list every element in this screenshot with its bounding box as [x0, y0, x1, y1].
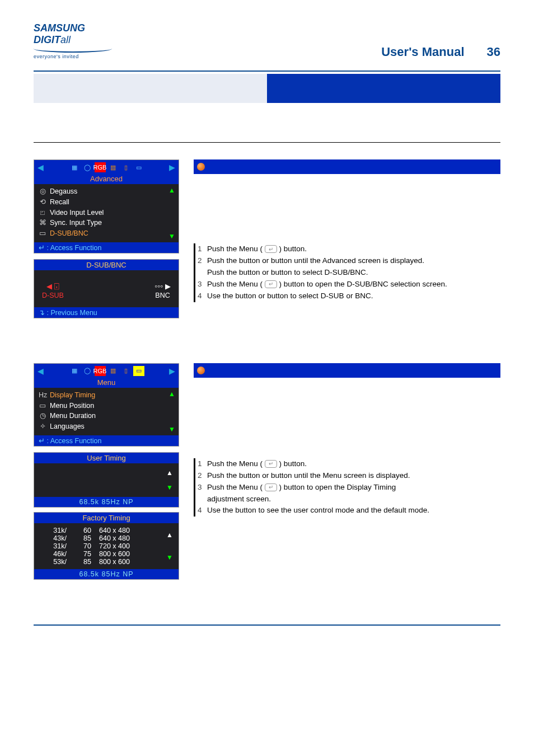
scroll-down-icon[interactable]: ▼	[168, 232, 175, 240]
osd-menu-item[interactable]: ◎Degauss	[39, 186, 174, 197]
step-row: 4Use the button or button to select D-SU…	[194, 290, 500, 302]
osd-menu-item[interactable]: ✧Languages	[39, 421, 174, 432]
divider	[34, 142, 500, 143]
step-number: 1	[194, 243, 202, 255]
step-text: Use the button or button to select D-SUB…	[207, 290, 500, 302]
osd-sub-footer: ↴ : Previous Menu	[34, 307, 179, 318]
step-number: 3	[194, 482, 202, 494]
scroll-up-icon[interactable]: ▲	[168, 390, 175, 398]
menu-item-label: Video Input Level	[50, 208, 104, 218]
step-number: 4	[194, 290, 202, 302]
page-header: SAMSUNG DIGITall everyone's invited User…	[34, 22, 500, 59]
osd-menu-item[interactable]: HzDisplay Timing	[39, 390, 174, 401]
step-number: 4	[194, 505, 202, 516]
brand-logo: SAMSUNG DIGITall everyone's invited	[34, 22, 112, 59]
osd-tab-icon[interactable]: ▦	[69, 162, 80, 172]
timing-hz: 75	[74, 550, 91, 558]
osd-tab-icon[interactable]: ▯	[120, 366, 132, 376]
scroll-down-icon[interactable]: ▼	[168, 425, 175, 433]
timing-khz: 31k/	[44, 542, 67, 550]
osd-nav-left-icon[interactable]: ◀	[38, 163, 44, 172]
osd-menu-item[interactable]: ▭D-SUB/BNC	[39, 228, 174, 239]
osd-menu-item[interactable]: ▭Menu Position	[39, 401, 174, 411]
header-rule	[34, 71, 500, 72]
osd-tab-icon[interactable]: ▦	[69, 366, 80, 376]
menu-item-label: Sync. Input Type	[50, 218, 102, 228]
dsub-connector-icon: ⌺	[54, 281, 59, 290]
osd-menu-item[interactable]: ⟲Recall	[39, 197, 174, 208]
step-row: 4Use the button to see the user control …	[194, 505, 500, 516]
menu-item-icon: ▭	[39, 228, 46, 239]
enter-button-icon: ↵	[265, 280, 277, 288]
step-text: Push the button or button until the Adva…	[207, 255, 500, 267]
timing-hz: 85	[74, 534, 91, 542]
timing-khz: 43k/	[44, 534, 67, 542]
steps-display-timing: 1Push the Menu ( ↵ ) button.2Push the bu…	[194, 458, 500, 517]
osd-tab-icon[interactable]: ▭	[133, 366, 144, 376]
timing-khz: 31k/	[44, 527, 67, 534]
timing-hz: 70	[74, 542, 91, 550]
step-row: 2Push the button or button until the Adv…	[194, 255, 500, 267]
bnc-option[interactable]: ◦◦◦▶ BNC	[154, 281, 171, 299]
osd-top-label: Advanced	[34, 175, 179, 184]
osd-tab-row: ▦ ◯ RGB ▥ ▯ ▭	[69, 162, 144, 172]
timing-res: 640 x 480	[99, 534, 144, 542]
osd-tab-icon[interactable]: ◯	[82, 162, 93, 172]
step-text: Push the button or button to select D-SU…	[207, 267, 500, 279]
osd-menu-item[interactable]: ⌘Sync. Input Type	[39, 218, 174, 228]
bnc-connector-icon: ◦◦◦	[154, 281, 163, 290]
enter-button-icon: ↵	[265, 245, 277, 253]
scroll-down-icon[interactable]: ▼	[166, 483, 173, 491]
osd-tab-icon[interactable]: ▭	[133, 162, 144, 172]
logo-swoosh	[34, 45, 112, 53]
page-number: 36	[487, 45, 500, 59]
menu-item-icon: ▭	[39, 401, 46, 411]
menu-item-label: Display Timing	[50, 390, 95, 401]
timing-res: 800 x 600	[99, 558, 144, 566]
scroll-down-icon[interactable]: ▼	[166, 553, 173, 561]
select-left-icon: ◀	[46, 282, 52, 290]
section-display-timing: ◀ ▦ ◯ RGB ▥ ▯ ▭ ▶ Menu ▲ ▼ HzDisplay Tim…	[34, 363, 500, 580]
osd-top-label: Menu	[34, 378, 179, 388]
section-heading-band	[194, 363, 500, 378]
manual-title: User's Manual	[381, 45, 464, 59]
step-row: Push the button or button to select D-SU…	[194, 267, 500, 279]
scroll-up-icon[interactable]: ▲	[166, 469, 173, 477]
osd-tab-icon[interactable]: RGB	[95, 366, 106, 376]
steps-dsub-bnc: 1Push the Menu ( ↵ ) button.2Push the bu…	[194, 243, 500, 302]
step-text: Push the Menu ( ↵ ) button.	[207, 243, 500, 255]
osd-nav-left-icon[interactable]: ◀	[38, 367, 44, 375]
osd-user-timing: User Timing ▲ ▼ 68.5k 85Hz NP	[34, 452, 179, 508]
step-text: Push the button or button until the Menu…	[207, 470, 500, 482]
osd-tab-icon[interactable]: ◯	[82, 366, 93, 376]
osd-nav-right-icon[interactable]: ▶	[169, 367, 175, 375]
osd-nav-right-icon[interactable]: ▶	[169, 163, 175, 172]
scroll-up-icon[interactable]: ▲	[168, 186, 175, 194]
osd-tab-icon[interactable]: RGB	[95, 162, 106, 172]
bnc-label: BNC	[155, 292, 170, 299]
section-dsub-bnc: ◀ ▦ ◯ RGB ▥ ▯ ▭ ▶ Advanced ▲ ▼ ◎Degauss⟲…	[34, 159, 500, 318]
factory-timing-status: 68.5k 85Hz NP	[34, 569, 179, 579]
osd-menu-item[interactable]: ⏍Video Input Level	[39, 208, 174, 218]
osd-footer: ↵ : Access Function	[34, 242, 179, 253]
osd-menu-item[interactable]: ◷Menu Duration	[39, 411, 174, 421]
menu-item-icon: ⌘	[39, 218, 46, 228]
scroll-up-icon[interactable]: ▲	[166, 531, 173, 539]
dsub-option[interactable]: ◀⌺ D-SUB	[42, 281, 64, 299]
footer-rule	[34, 624, 500, 626]
timing-res: 800 x 600	[99, 550, 144, 558]
timing-res: 720 x 400	[99, 542, 144, 550]
menu-item-label: Menu Position	[50, 401, 94, 411]
timing-row: 31k/70720 x 400	[44, 542, 173, 550]
timing-hz: 60	[74, 527, 91, 534]
osd-tab-icon[interactable]: ▯	[120, 162, 132, 172]
heading-dot-icon	[197, 367, 205, 374]
factory-timing-title: Factory Timing	[34, 513, 179, 523]
osd-tab-icon[interactable]: ▥	[107, 162, 119, 172]
menu-item-label: Languages	[50, 421, 85, 432]
osd-tab-icon[interactable]: ▥	[107, 366, 119, 376]
section-heading-band	[194, 159, 500, 174]
timing-row: 53k/85800 x 600	[44, 558, 173, 566]
dsub-label: D-SUB	[42, 292, 64, 299]
step-row: 3Push the Menu ( ↵ ) button to open the …	[194, 279, 500, 290]
